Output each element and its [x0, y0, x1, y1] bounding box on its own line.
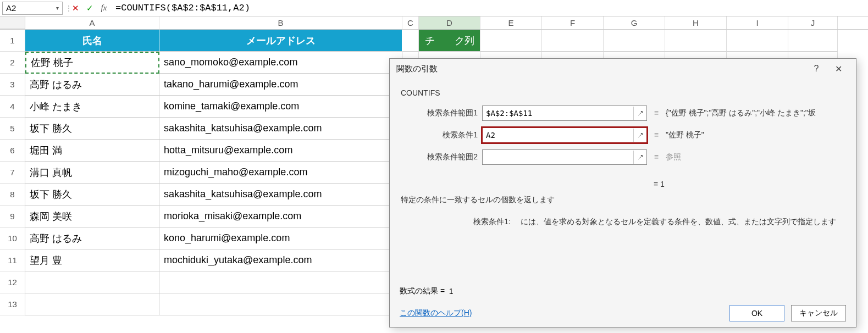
column-header-C[interactable]: C — [402, 16, 419, 29]
row-header[interactable]: 12 — [0, 271, 25, 293]
arg-preview: {"佐野 桃子";"高野 はるみ";"小峰 たまき";"坂 — [666, 108, 845, 118]
cell-A1[interactable]: 氏名 — [25, 30, 159, 52]
cell-A8[interactable]: 坂下 勝久 — [25, 184, 159, 206]
cell-A4[interactable]: 小峰 たまき — [25, 96, 159, 118]
arg-label: 検索条件範囲1 — [401, 108, 478, 118]
column-header-H[interactable]: H — [665, 16, 727, 29]
row-header[interactable]: 8 — [0, 184, 25, 206]
column-header-B[interactable]: B — [159, 16, 402, 29]
row-header[interactable]: 2 — [0, 52, 25, 74]
row-header[interactable]: 3 — [0, 74, 25, 96]
range-select-icon[interactable]: ⭧ — [633, 107, 646, 120]
cell-B2[interactable]: sano_momoko@example.com — [159, 52, 402, 74]
name-box[interactable]: A2 ▾ — [2, 2, 63, 15]
row-header[interactable]: 9 — [0, 206, 25, 227]
row-header[interactable]: 1 — [0, 30, 25, 52]
enter-formula-icon[interactable]: ✓ — [84, 2, 96, 14]
args-container: 検索条件範囲1⭧={"佐野 桃子";"高野 はるみ";"小峰 たまき";"坂検索… — [401, 104, 845, 166]
cell-J1[interactable] — [788, 30, 838, 52]
arg-input[interactable] — [483, 109, 633, 118]
intermediate-result: = 1 — [654, 180, 845, 188]
arg-label: 検索条件1 — [401, 130, 478, 140]
cell-F1[interactable] — [542, 30, 604, 52]
cell-B10[interactable]: kono_harumi@example.com — [159, 227, 402, 249]
column-header-I[interactable]: I — [727, 16, 788, 29]
equals-label: = — [651, 153, 661, 162]
row-header[interactable]: 6 — [0, 140, 25, 162]
row-header[interactable]: 7 — [0, 162, 25, 184]
cell-B5[interactable]: sakashita_katsuhisa@example.com — [159, 118, 402, 140]
help-icon[interactable]: ? — [805, 60, 827, 77]
cell-B6[interactable]: hotta_mitsuru@example.com — [159, 140, 402, 162]
cell-A12[interactable] — [25, 271, 159, 293]
arg-help-text: には、値を求める対象となるセルを定義する条件を、数値、式、または文字列で指定しま… — [521, 217, 845, 227]
arg-input[interactable] — [483, 131, 633, 140]
cell-B13[interactable] — [159, 293, 402, 315]
column-header-F[interactable]: F — [542, 16, 604, 29]
row-header[interactable]: 11 — [0, 249, 25, 271]
cell-B3[interactable]: takano_harumi@example.com — [159, 74, 402, 96]
cancel-button[interactable]: キャンセル — [791, 305, 846, 321]
arg-input-wrap: ⭧ — [482, 106, 647, 121]
row-header[interactable]: 5 — [0, 118, 25, 140]
cell-B7[interactable]: mizoguchi_maho@example.com — [159, 162, 402, 184]
equals-label: = — [651, 109, 661, 118]
cell-B11[interactable]: mochiduki_yutaka@example.com — [159, 249, 402, 271]
arg-row: 検索条件1⭧="佐野 桃子" — [401, 126, 845, 145]
cell-B4[interactable]: komine_tamaki@example.com — [159, 96, 402, 118]
range-select-icon[interactable]: ⭧ — [633, 129, 646, 142]
function-arguments-dialog: 関数の引数 ? ✕ COUNTIFS 検索条件範囲1⭧={"佐野 桃子";"高野… — [389, 58, 856, 328]
cell-A7[interactable]: 溝口 真帆 — [25, 162, 159, 184]
cell-A13[interactable] — [25, 293, 159, 315]
cell-B8[interactable]: sakashita_katsuhisa@example.com — [159, 184, 402, 206]
equals-label: = — [651, 131, 661, 140]
column-headers: ABCDEFGHIJ — [0, 16, 868, 30]
arg-input[interactable] — [483, 153, 633, 162]
cell-A11[interactable]: 望月 豊 — [25, 249, 159, 271]
cancel-formula-icon[interactable]: ✕ — [69, 2, 81, 14]
cell-I1[interactable] — [727, 30, 788, 52]
row-header[interactable]: 13 — [0, 293, 25, 315]
cell-A9[interactable]: 森岡 美咲 — [25, 206, 159, 227]
cell-G1[interactable] — [604, 30, 665, 52]
formula-result-label: 数式の結果 = — [400, 286, 445, 296]
close-icon[interactable]: ✕ — [827, 60, 849, 77]
chevron-down-icon: ▾ — [56, 5, 59, 11]
cell-D1[interactable]: チ ク列 — [419, 30, 480, 52]
row-header[interactable]: 4 — [0, 96, 25, 118]
name-box-value: A2 — [6, 3, 16, 13]
arg-preview: 参照 — [666, 152, 845, 162]
table-row: 1氏名メールアドレスチ ク列 — [0, 30, 868, 52]
ok-button[interactable]: OK — [729, 305, 784, 321]
cell-B9[interactable]: morioka_misaki@example.com — [159, 206, 402, 227]
dialog-titlebar[interactable]: 関数の引数 ? ✕ — [390, 59, 856, 79]
function-description: 特定の条件に一致するセルの個数を返します — [401, 195, 845, 205]
cell-A3[interactable]: 高野 はるみ — [25, 74, 159, 96]
arg-input-wrap: ⭧ — [482, 149, 647, 165]
cell-A10[interactable]: 高野 はるみ — [25, 227, 159, 249]
row-header[interactable]: 10 — [0, 227, 25, 249]
cell-C1[interactable] — [402, 30, 419, 52]
column-header-G[interactable]: G — [604, 16, 665, 29]
cell-A2[interactable]: 佐野 桃子 — [25, 52, 159, 74]
column-header-J[interactable]: J — [788, 16, 838, 29]
cell-H1[interactable] — [665, 30, 727, 52]
dialog-title: 関数の引数 — [396, 64, 438, 74]
arg-row: 検索条件範囲2⭧=参照 — [401, 148, 845, 166]
arg-preview: "佐野 桃子" — [666, 130, 845, 140]
column-header-E[interactable]: E — [480, 16, 542, 29]
select-all-corner[interactable] — [0, 16, 25, 29]
formula-result-value: 1 — [449, 287, 454, 296]
function-help-link[interactable]: この関数のヘルプ(H) — [400, 308, 472, 318]
column-header-D[interactable]: D — [419, 16, 480, 29]
cell-A6[interactable]: 堀田 満 — [25, 140, 159, 162]
cell-E1[interactable] — [480, 30, 542, 52]
column-header-A[interactable]: A — [25, 16, 159, 29]
cell-B12[interactable] — [159, 271, 402, 293]
cell-A5[interactable]: 坂下 勝久 — [25, 118, 159, 140]
fx-icon[interactable]: fx — [98, 2, 110, 14]
range-select-icon[interactable]: ⭧ — [633, 151, 646, 164]
function-name-label: COUNTIFS — [401, 88, 845, 97]
formula-input[interactable] — [112, 2, 866, 15]
cell-B1[interactable]: メールアドレス — [159, 30, 402, 52]
